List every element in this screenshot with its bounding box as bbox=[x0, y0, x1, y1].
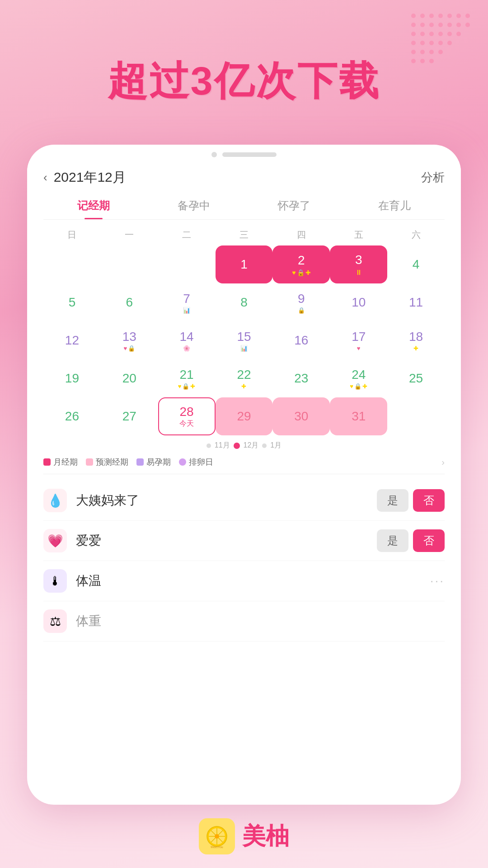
log-item-icon: ⚖ bbox=[43, 609, 67, 633]
weekdays-header: 日一二三四五六 bbox=[43, 224, 445, 245]
calendar-cell[interactable]: 11 bbox=[387, 283, 445, 321]
log-yes-button[interactable]: 是 bbox=[377, 489, 408, 512]
calendar-cell[interactable]: 19 bbox=[43, 359, 101, 397]
legend-more-icon[interactable]: › bbox=[441, 457, 445, 467]
log-item-icon: 💗 bbox=[43, 529, 67, 552]
calendar-cell bbox=[101, 245, 158, 283]
log-section: 💧大姨妈来了是否💗爱爱是否🌡体温···⚖体重 bbox=[43, 476, 445, 646]
calendar-cell[interactable]: 25 bbox=[387, 359, 445, 397]
tab-1[interactable]: 备孕中 bbox=[169, 195, 219, 219]
analysis-button[interactable]: 分析 bbox=[421, 170, 445, 185]
pagination-dot-0[interactable] bbox=[206, 443, 211, 448]
legend-dot bbox=[136, 458, 144, 466]
calendar-cell[interactable]: 10 bbox=[330, 283, 387, 321]
calendar-cell[interactable]: 30 bbox=[272, 397, 330, 435]
calendar-cell[interactable]: 21♥🔒✚ bbox=[158, 359, 216, 397]
weekday-label: 一 bbox=[101, 227, 158, 243]
svg-text:MeetYou: MeetYou bbox=[211, 845, 223, 849]
legend-label: 易孕期 bbox=[146, 457, 171, 467]
log-item-1: 💗爱爱是否 bbox=[43, 521, 445, 561]
calendar-cell bbox=[158, 245, 216, 283]
tab-bar: 记经期备孕中怀孕了在育儿 bbox=[43, 191, 445, 220]
notch-bar bbox=[222, 152, 277, 157]
calendar-cell[interactable]: 26 bbox=[43, 397, 101, 435]
legend-item: 易孕期 bbox=[136, 457, 171, 467]
pagination-label-1: 12月 bbox=[244, 441, 259, 450]
log-item-0: 💧大姨妈来了是否 bbox=[43, 481, 445, 521]
calendar-cell[interactable]: 14🌸 bbox=[158, 321, 216, 359]
legend-item: 月经期 bbox=[43, 457, 78, 467]
calendar-grid: 12♥🔒✚3⏸4567📊89🔒10111213♥🔒14🌸15📊1617♥18✚1… bbox=[43, 245, 445, 435]
weekday-label: 五 bbox=[330, 227, 387, 243]
calendar-cell[interactable]: 8 bbox=[216, 283, 273, 321]
legend-item: 预测经期 bbox=[86, 457, 128, 467]
calendar-cell[interactable]: 12 bbox=[43, 321, 101, 359]
legend-dot bbox=[179, 458, 186, 466]
bottom-brand: MeetYou 美柚 bbox=[0, 818, 488, 854]
logo-svg: MeetYou bbox=[203, 823, 230, 850]
phone-notch bbox=[27, 145, 461, 161]
legend-label: 排卵日 bbox=[189, 457, 213, 467]
log-item-icon: 💧 bbox=[43, 489, 67, 512]
calendar-cell[interactable]: 27 bbox=[101, 397, 158, 435]
calendar-cell[interactable]: 16 bbox=[272, 321, 330, 359]
hero-section: 超过3亿次下载 bbox=[0, 54, 488, 108]
pagination-dot-1[interactable] bbox=[234, 443, 240, 449]
calendar-cell[interactable]: 9🔒 bbox=[272, 283, 330, 321]
hero-title: 超过3亿次下载 bbox=[0, 54, 488, 108]
calendar-cell[interactable]: 3⏸ bbox=[330, 245, 387, 283]
pagination-label-0: 11月 bbox=[215, 441, 230, 450]
calendar-cell[interactable]: 7📊 bbox=[158, 283, 216, 321]
brand-name: 美柚 bbox=[242, 821, 289, 852]
log-item-label: 体重 bbox=[76, 613, 445, 630]
log-item-label: 大姨妈来了 bbox=[76, 492, 377, 509]
log-more-button[interactable]: ··· bbox=[430, 574, 445, 588]
calendar-cell[interactable]: 23 bbox=[272, 359, 330, 397]
brand-logo: MeetYou bbox=[199, 818, 235, 854]
calendar-cell[interactable]: 1 bbox=[216, 245, 273, 283]
calendar-cell[interactable]: 24♥🔒✚ bbox=[330, 359, 387, 397]
pagination-label-2: 1月 bbox=[270, 441, 282, 450]
phone-mockup: ‹ 2021年12月 分析 记经期备孕中怀孕了在育儿 日一二三四五六 12♥🔒✚… bbox=[27, 145, 461, 805]
header-date: 2021年12月 bbox=[54, 168, 126, 187]
calendar-cell[interactable]: 29 bbox=[216, 397, 273, 435]
legend-label: 月经期 bbox=[53, 457, 78, 467]
log-item-3: ⚖体重 bbox=[43, 601, 445, 642]
app-header: ‹ 2021年12月 分析 bbox=[43, 161, 445, 191]
calendar-pagination: 11月12月1月 bbox=[43, 435, 445, 452]
notch-dot bbox=[211, 152, 217, 157]
log-item-2: 🌡体温··· bbox=[43, 561, 445, 601]
app-content: ‹ 2021年12月 分析 记经期备孕中怀孕了在育儿 日一二三四五六 12♥🔒✚… bbox=[27, 161, 461, 646]
calendar-cell[interactable]: 5 bbox=[43, 283, 101, 321]
tab-2[interactable]: 怀孕了 bbox=[269, 195, 319, 219]
log-yes-button[interactable]: 是 bbox=[377, 529, 408, 552]
log-item-label: 体温 bbox=[76, 572, 430, 590]
calendar-cell[interactable]: 13♥🔒 bbox=[101, 321, 158, 359]
log-item-icon: 🌡 bbox=[43, 569, 67, 593]
calendar-cell[interactable]: 22✚ bbox=[216, 359, 273, 397]
weekday-label: 四 bbox=[272, 227, 330, 243]
legend-label: 预测经期 bbox=[96, 457, 128, 467]
calendar-cell[interactable]: 6 bbox=[101, 283, 158, 321]
tab-3[interactable]: 在育儿 bbox=[369, 195, 420, 219]
legend-dot bbox=[86, 458, 93, 466]
calendar-cell[interactable]: 17♥ bbox=[330, 321, 387, 359]
weekday-label: 二 bbox=[158, 227, 216, 243]
pagination-dot-2[interactable] bbox=[262, 443, 267, 448]
calendar-cell[interactable]: 18✚ bbox=[387, 321, 445, 359]
log-no-button[interactable]: 否 bbox=[413, 489, 445, 512]
tab-0[interactable]: 记经期 bbox=[68, 195, 119, 219]
calendar-cell[interactable]: 15📊 bbox=[216, 321, 273, 359]
legend-dot bbox=[43, 458, 51, 466]
calendar-cell bbox=[43, 245, 101, 283]
calendar-cell[interactable]: 20 bbox=[101, 359, 158, 397]
header-left: ‹ 2021年12月 bbox=[43, 168, 126, 187]
weekday-label: 六 bbox=[387, 227, 445, 243]
calendar-cell[interactable]: 2♥🔒✚ bbox=[272, 245, 330, 283]
log-item-actions: 是否 bbox=[377, 489, 445, 512]
log-no-button[interactable]: 否 bbox=[413, 529, 445, 552]
calendar-cell[interactable]: 31 bbox=[330, 397, 387, 435]
calendar-cell[interactable]: 28今天 bbox=[158, 397, 216, 435]
back-arrow-icon[interactable]: ‹ bbox=[43, 170, 47, 184]
calendar-cell[interactable]: 4 bbox=[387, 245, 445, 283]
